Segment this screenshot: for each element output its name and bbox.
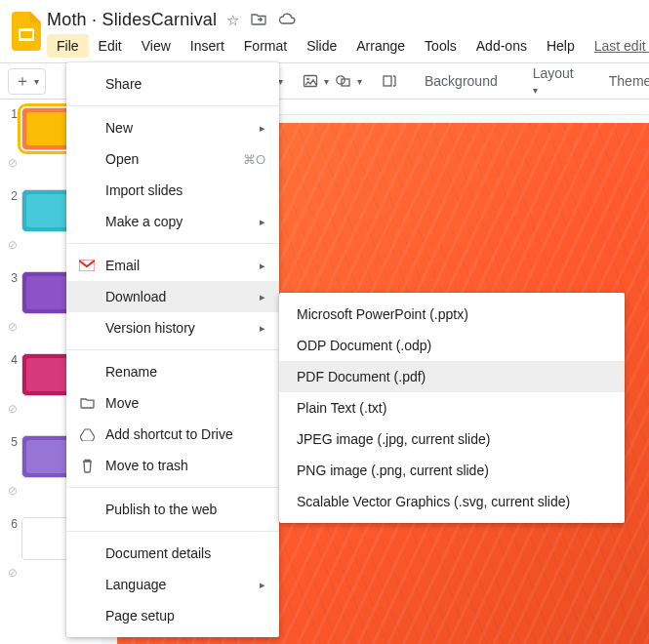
menu-rename[interactable]: Rename xyxy=(66,356,279,387)
menu-format[interactable]: Format xyxy=(234,34,297,58)
chevron-down-icon: ▾ xyxy=(324,76,329,87)
menu-move[interactable]: Move xyxy=(66,387,279,419)
shortcut: ⌘O xyxy=(243,152,265,167)
menu-download[interactable]: Download▸ xyxy=(66,281,279,312)
menu-arrange[interactable]: Arrange xyxy=(346,34,415,58)
menubar: FileEditViewInsertFormatSlideArrangeTool… xyxy=(47,34,649,58)
menu-tools[interactable]: Tools xyxy=(415,34,466,58)
download-option[interactable]: ODP Document (.odp) xyxy=(279,330,625,361)
menu-new[interactable]: New▸ xyxy=(66,112,279,143)
thumb-number: 2 xyxy=(6,189,18,203)
separator xyxy=(66,349,279,350)
download-option[interactable]: JPEG image (.jpg, current slide) xyxy=(279,423,625,455)
menu-trash[interactable]: Move to trash xyxy=(66,450,279,481)
svg-point-4 xyxy=(306,78,309,81)
thumb-number: 4 xyxy=(6,353,18,367)
shape-button[interactable] xyxy=(335,70,351,92)
download-option[interactable]: PDF Document (.pdf) xyxy=(279,361,625,392)
menu-view[interactable]: View xyxy=(132,34,181,58)
svg-rect-7 xyxy=(384,76,391,86)
chevron-right-icon: ▸ xyxy=(260,322,265,335)
folder-icon xyxy=(78,397,96,409)
attachment-icon: ⊘ xyxy=(8,402,18,416)
menu-file[interactable]: File xyxy=(47,34,89,58)
menu-add-shortcut[interactable]: Add shortcut to Drive xyxy=(66,419,279,450)
download-option[interactable]: PNG image (.png, current slide) xyxy=(279,455,625,486)
thumb-number: 1 xyxy=(6,107,18,121)
chevron-down-icon: ▾ xyxy=(533,85,538,96)
menu-import-slides[interactable]: Import slides xyxy=(66,175,279,206)
menu-language[interactable]: Language▸ xyxy=(66,569,279,600)
plus-icon: ＋ xyxy=(15,71,30,92)
gmail-icon xyxy=(78,260,96,271)
download-submenu: Microsoft PowerPoint (.pptx)ODP Document… xyxy=(279,293,625,523)
chevron-right-icon: ▸ xyxy=(260,291,265,303)
drive-icon xyxy=(78,428,96,441)
attachment-icon: ⊘ xyxy=(8,566,18,580)
thumb-number: 6 xyxy=(6,517,18,531)
chevron-right-icon: ▸ xyxy=(260,260,265,272)
menu-version-history[interactable]: Version history▸ xyxy=(66,312,279,343)
chevron-right-icon: ▸ xyxy=(260,122,265,135)
app-header: Moth · SlidesCarnival ☆ FileEditViewInse… xyxy=(0,0,649,62)
thumb-number: 5 xyxy=(6,435,18,449)
folder-move-icon[interactable] xyxy=(251,12,266,29)
trash-icon xyxy=(78,459,96,473)
menu-help[interactable]: Help xyxy=(537,34,585,58)
attachment-icon: ⊘ xyxy=(8,320,18,334)
menu-publish[interactable]: Publish to the web xyxy=(66,494,279,525)
attachment-icon: ⊘ xyxy=(8,484,18,498)
layout-button[interactable]: Layout ▾ xyxy=(525,65,582,97)
star-icon[interactable]: ☆ xyxy=(226,12,239,29)
menu-add-ons[interactable]: Add-ons xyxy=(466,34,537,58)
attachment-icon: ⊘ xyxy=(8,238,18,252)
separator xyxy=(66,105,279,106)
menu-insert[interactable]: Insert xyxy=(181,34,234,58)
svg-rect-6 xyxy=(342,79,349,86)
background-button[interactable]: Background xyxy=(417,73,506,89)
chevron-right-icon: ▸ xyxy=(260,579,265,591)
new-slide-button[interactable]: ＋ ▾ xyxy=(8,68,46,95)
menu-page-setup[interactable]: Page setup xyxy=(66,600,279,631)
separator xyxy=(66,487,279,488)
menu-document-details[interactable]: Document details xyxy=(66,538,279,569)
separator xyxy=(66,531,279,532)
svg-point-5 xyxy=(337,76,345,84)
menu-make-copy[interactable]: Make a copy▸ xyxy=(66,206,279,237)
chevron-down-icon: ▾ xyxy=(357,76,362,87)
image-button[interactable] xyxy=(303,70,318,92)
menu-edit[interactable]: Edit xyxy=(89,34,132,58)
theme-button[interactable]: Theme xyxy=(601,73,649,89)
last-edit-link[interactable]: Last edit was xyxy=(585,34,649,58)
cloud-icon[interactable] xyxy=(278,12,296,29)
transition-button[interactable] xyxy=(382,70,397,92)
menu-open[interactable]: Open⌘O xyxy=(66,143,279,175)
download-option[interactable]: Microsoft PowerPoint (.pptx) xyxy=(279,299,625,330)
thumb-number: 3 xyxy=(6,271,18,285)
menu-share[interactable]: Share xyxy=(66,68,279,100)
download-option[interactable]: Scalable Vector Graphics (.svg, current … xyxy=(279,486,625,517)
separator xyxy=(66,243,279,244)
menu-email[interactable]: Email▸ xyxy=(66,250,279,281)
file-menu: Share New▸ Open⌘O Import slides Make a c… xyxy=(66,62,279,637)
slides-logo[interactable] xyxy=(12,12,41,51)
menu-slide[interactable]: Slide xyxy=(297,34,346,58)
chevron-down-icon: ▾ xyxy=(34,76,39,87)
attachment-icon: ⊘ xyxy=(8,156,18,170)
title-area: Moth · SlidesCarnival ☆ FileEditViewInse… xyxy=(47,6,649,58)
svg-rect-1 xyxy=(20,31,32,38)
doc-title[interactable]: Moth · SlidesCarnival xyxy=(47,10,217,30)
chevron-right-icon: ▸ xyxy=(260,216,265,228)
download-option[interactable]: Plain Text (.txt) xyxy=(279,392,625,423)
